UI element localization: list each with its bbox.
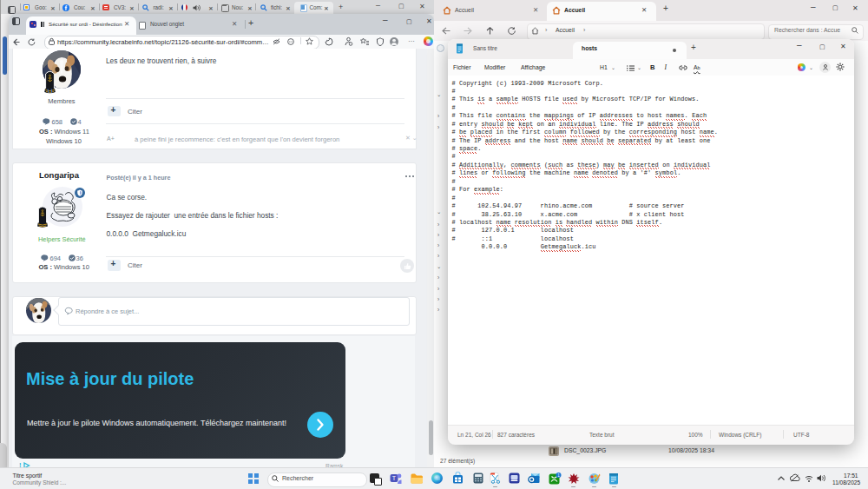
svg-text:T: T xyxy=(392,475,397,481)
